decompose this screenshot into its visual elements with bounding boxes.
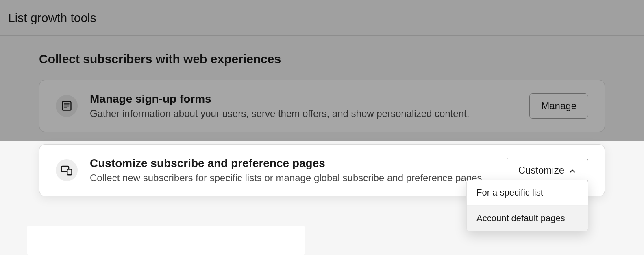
ghost-placeholder — [27, 226, 305, 255]
card-desc: Gather information about your users, ser… — [90, 108, 529, 119]
card-customize-pages: Customize subscribe and preference pages… — [39, 144, 605, 196]
customize-button-label: Customize — [518, 165, 564, 176]
manage-button[interactable]: Manage — [529, 93, 588, 119]
card-desc: Collect new subscribers for specific lis… — [90, 172, 507, 184]
page-header: List growth tools — [0, 0, 644, 36]
devices-icon — [56, 159, 78, 181]
manage-button-label: Manage — [541, 100, 577, 112]
dropdown-item-specific-list[interactable]: For a specific list — [467, 180, 588, 205]
card-title: Customize subscribe and preference pages — [90, 157, 507, 170]
card-title: Manage sign-up forms — [90, 92, 529, 106]
section-heading: Collect subscribers with web experiences — [39, 52, 605, 66]
page: List growth tools Collect subscribers wi… — [0, 0, 644, 255]
card-signup-forms: Manage sign-up forms Gather information … — [39, 80, 605, 132]
card-body: Customize subscribe and preference pages… — [90, 157, 507, 184]
page-title: List growth tools — [8, 11, 96, 25]
card-stack: Manage sign-up forms Gather information … — [39, 80, 605, 196]
svg-rect-5 — [67, 169, 72, 175]
chevron-up-icon — [568, 166, 577, 174]
customize-button-cell: Customize For a specific list Account de… — [507, 158, 588, 183]
customize-button[interactable]: Customize — [507, 158, 588, 183]
dropdown-item-account-default[interactable]: Account default pages — [467, 205, 588, 231]
customize-dropdown: For a specific list Account default page… — [466, 180, 588, 231]
content-area: Collect subscribers with web experiences… — [0, 36, 644, 196]
form-icon — [56, 95, 78, 117]
card-body: Manage sign-up forms Gather information … — [90, 92, 529, 119]
